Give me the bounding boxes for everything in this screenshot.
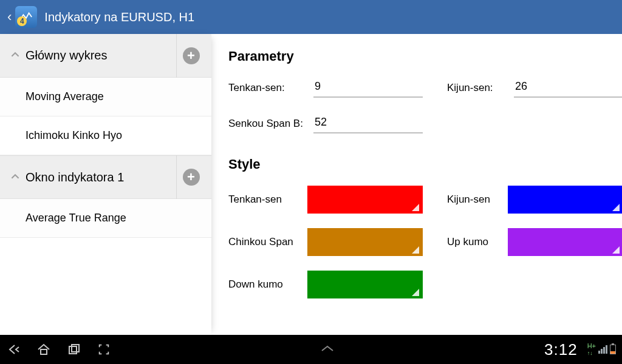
section-label: Główny wykres — [26, 49, 176, 62]
style-kijun-swatch[interactable] — [508, 186, 622, 214]
section-main-chart[interactable]: Główny wykres + — [0, 34, 211, 78]
app-icon[interactable] — [15, 6, 37, 28]
svg-rect-1 — [69, 346, 77, 354]
chevron-up-icon — [11, 49, 21, 62]
back-icon[interactable]: ‹ — [7, 9, 12, 25]
nav-drawer-icon[interactable] — [111, 343, 544, 356]
network-type-icon: H+↑↓ — [587, 343, 596, 356]
svg-rect-2 — [72, 345, 79, 352]
indicator-item-moving-average[interactable]: Moving Average — [0, 78, 211, 116]
list-item-label: Ichimoku Kinko Hyo — [26, 129, 122, 142]
svg-rect-0 — [41, 349, 47, 354]
params-grid: Tenkan-sen: Kijun-sen: Senkou Span B: — [228, 78, 604, 133]
indicator-item-ichimoku[interactable]: Ichimoku Kinko Hyo — [0, 116, 211, 155]
nav-home-icon[interactable] — [36, 342, 51, 357]
chevron-up-icon — [11, 171, 21, 184]
kijun-label: Kijun-sen: — [447, 82, 514, 94]
list-item-label: Average True Range — [26, 212, 126, 224]
tenkan-label: Tenkan-sen: — [228, 82, 313, 94]
page-title: Indykatory na EURUSD, H1 — [44, 10, 194, 24]
style-heading: Style — [228, 157, 604, 172]
plus-icon: + — [183, 169, 200, 186]
add-indicator-button[interactable]: + — [176, 34, 205, 78]
action-bar: ‹ Indykatory na EURUSD, H1 — [0, 0, 622, 34]
indicator-item-atr[interactable]: Average True Range — [0, 199, 211, 238]
nav-screenshot-icon[interactable] — [97, 343, 111, 356]
style-downkumo-swatch[interactable] — [307, 271, 423, 298]
style-kijun-label: Kijun-sen — [447, 194, 508, 206]
style-downkumo-label: Down kumo — [228, 278, 307, 291]
status-icons: H+↑↓ — [587, 343, 616, 356]
style-chinkou-label: Chinkou Span — [228, 236, 307, 248]
style-tenkan-label: Tenkan-sen — [228, 194, 307, 206]
system-navigation-bar: 3:12 H+↑↓ — [0, 335, 622, 364]
kijun-input[interactable] — [514, 78, 622, 98]
nav-back-icon[interactable] — [6, 342, 21, 357]
style-tenkan-swatch[interactable] — [307, 186, 423, 214]
senkou-label: Senkou Span B: — [228, 118, 313, 130]
signal-icon — [598, 345, 607, 354]
indicator-detail-panel: Parametry Tenkan-sen: Kijun-sen: Senkou … — [211, 34, 622, 335]
style-upkumo-swatch[interactable] — [508, 228, 622, 256]
section-indicator-window-1[interactable]: Okno indykatora 1 + — [0, 155, 211, 199]
senkou-input[interactable] — [313, 113, 423, 133]
plus-icon: + — [183, 47, 200, 64]
style-chinkou-swatch[interactable] — [307, 228, 423, 256]
params-heading: Parametry — [228, 49, 604, 64]
nav-recent-icon[interactable] — [67, 342, 81, 357]
list-item-label: Moving Average — [26, 90, 104, 103]
battery-icon — [610, 345, 616, 354]
status-clock: 3:12 — [544, 340, 578, 359]
indicator-sidebar: Główny wykres + Moving Average Ichimoku … — [0, 34, 211, 335]
style-grid: Tenkan-sen Kijun-sen Chinkou Span Up kum… — [228, 186, 604, 298]
style-upkumo-label: Up kumo — [447, 236, 508, 248]
section-label: Okno indykatora 1 — [26, 170, 176, 184]
add-indicator-button[interactable]: + — [176, 155, 205, 199]
tenkan-input[interactable] — [313, 78, 423, 98]
